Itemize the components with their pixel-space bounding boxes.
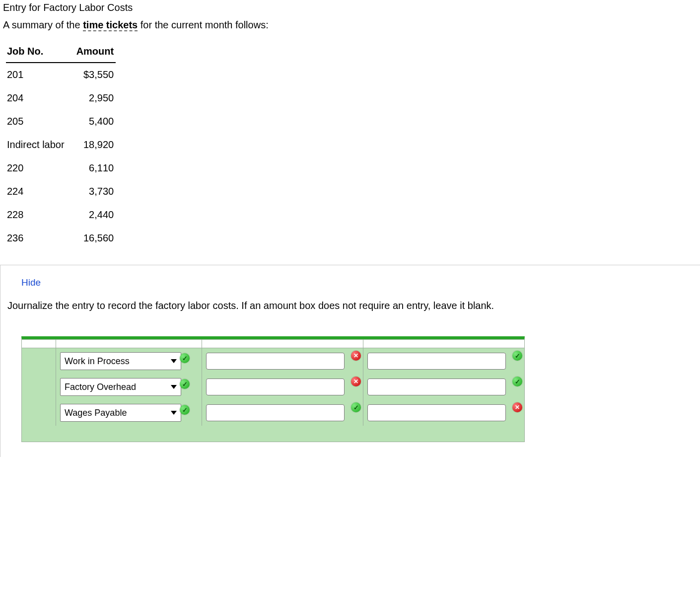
answer-panel: Hide Journalize the entry to record the … [0, 265, 700, 457]
check-icon [512, 351, 522, 361]
journal-entry-widget: Work in Process [21, 336, 525, 442]
x-icon [351, 377, 361, 386]
page-title: Entry for Factory Labor Costs [0, 0, 700, 15]
table-row: 2042,950 [6, 86, 116, 110]
job-cell: 204 [6, 86, 75, 110]
amount-cell: 18,920 [75, 133, 116, 156]
check-icon [512, 377, 522, 386]
debit-input[interactable] [206, 353, 345, 370]
amount-cell: 3,730 [75, 180, 116, 203]
x-icon [512, 402, 522, 412]
amount-cell: $3,550 [75, 63, 116, 86]
job-cell: 224 [6, 180, 75, 203]
amount-cell: 2,440 [75, 203, 116, 227]
amount-cell: 6,110 [75, 156, 116, 180]
journal-row: Work in Process [22, 348, 524, 375]
chevron-down-icon [171, 359, 177, 363]
job-cell: 201 [6, 63, 75, 86]
account-select-value: Work in Process [65, 356, 130, 367]
amount-cell: 5,400 [75, 110, 116, 133]
journal-header-row [22, 340, 524, 348]
account-select[interactable]: Work in Process [60, 352, 181, 370]
table-row: 2243,730 [6, 180, 116, 203]
table-row: 201$3,550 [6, 63, 116, 86]
time-tickets-table: Job No. Amount 201$3,550 2042,950 2055,4… [6, 41, 116, 250]
check-icon [180, 405, 190, 415]
col-header-amount: Amount [75, 41, 116, 63]
amount-cell: 16,560 [75, 227, 116, 250]
col-header-job-no: Job No. [6, 41, 75, 63]
job-cell: 236 [6, 227, 75, 250]
check-icon [351, 402, 361, 412]
journal-row: Factory Overhead [22, 374, 524, 400]
table-row: 23616,560 [6, 227, 116, 250]
table-row: 2206,110 [6, 156, 116, 180]
account-select[interactable]: Factory Overhead [60, 378, 181, 396]
journal-row: Wages Payable [22, 400, 524, 426]
credit-input[interactable] [367, 353, 506, 370]
account-select-value: Wages Payable [65, 408, 127, 418]
job-cell: 205 [6, 110, 75, 133]
amount-cell: 2,950 [75, 86, 116, 110]
chevron-down-icon [171, 411, 177, 415]
intro-after: for the current month follows: [138, 19, 268, 30]
intro-before: A summary of the [3, 19, 83, 30]
chevron-down-icon [171, 385, 177, 389]
instructions-text: Journalize the entry to record the facto… [7, 300, 691, 311]
debit-input[interactable] [206, 404, 345, 421]
job-cell: Indirect labor [6, 133, 75, 156]
hide-link[interactable]: Hide [21, 277, 691, 288]
check-icon [180, 353, 190, 363]
check-icon [180, 379, 190, 389]
glossary-term-time-tickets[interactable]: time tickets [83, 19, 138, 31]
account-select[interactable]: Wages Payable [60, 404, 181, 422]
credit-input[interactable] [367, 404, 506, 421]
job-cell: 228 [6, 203, 75, 227]
table-row: 2282,440 [6, 203, 116, 227]
table-row: Indirect labor18,920 [6, 133, 116, 156]
intro-text: A summary of the time tickets for the cu… [0, 15, 700, 37]
job-cell: 220 [6, 156, 75, 180]
debit-input[interactable] [206, 379, 345, 395]
credit-input[interactable] [367, 379, 506, 395]
table-row: 2055,400 [6, 110, 116, 133]
account-select-value: Factory Overhead [65, 382, 136, 392]
x-icon [351, 351, 361, 361]
